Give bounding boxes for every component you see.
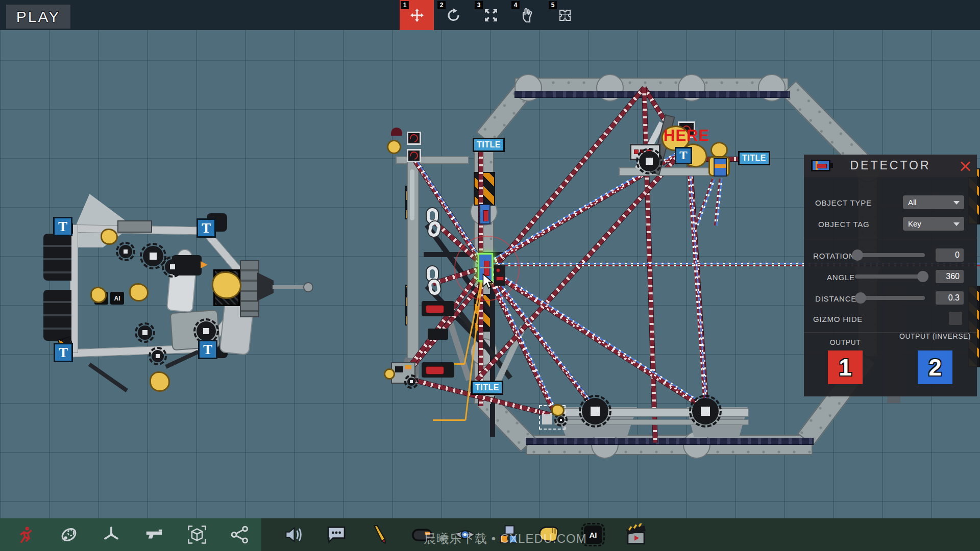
gear [407,378,415,386]
engine-block [43,234,71,281]
grab-tool-button[interactable]: 4 [510,0,545,30]
rotate-tool-button[interactable]: 2 [436,0,471,30]
object-type-dropdown[interactable]: All [903,195,964,209]
move-tool-button[interactable]: 1 [400,0,434,30]
yellow-ball [384,368,395,380]
rotation-value[interactable]: 0 [936,248,964,262]
vent [117,220,152,233]
angle-slider[interactable] [855,274,925,279]
gear [152,350,164,362]
angle-slider-knob[interactable] [917,271,928,282]
rotation-loop-box[interactable] [407,149,421,162]
cinema-icon[interactable] [625,523,647,546]
key-object-box[interactable]: T [675,147,692,164]
t-box[interactable]: T [53,217,72,236]
gear [138,325,152,340]
chat-icon[interactable] [325,523,348,546]
close-icon[interactable] [960,160,971,171]
ai-chip-label: AI [590,531,597,539]
play-button[interactable]: PLAY [6,5,70,29]
title-tag[interactable]: TITLE [473,138,505,152]
tool-number: 4 [511,1,520,9]
propeller-category-icon[interactable] [100,523,122,546]
weapon-category-icon[interactable] [143,523,165,546]
object-type-label: OBJECT TYPE [815,198,872,207]
glove [129,283,149,302]
cone [257,272,274,301]
gizmo-hide-checkbox[interactable] [949,312,962,325]
cart-wheel [692,398,719,424]
distance-slider-knob[interactable] [855,292,866,304]
motor-block-small [428,329,448,340]
lance-ball [303,282,313,292]
glove [150,371,170,392]
tool-number: 3 [475,1,483,9]
lance-rod [273,285,305,289]
left-machine[interactable]: T T T T AI AI [43,194,314,398]
hand-icon [520,8,535,23]
tool-number: 2 [437,1,446,9]
glove [212,271,241,299]
loop-arrow-icon [408,133,420,144]
gear [639,151,659,171]
chevron-down-icon [953,201,960,205]
person-vest [714,158,727,177]
cylinder [240,260,259,317]
t-box[interactable]: T [198,340,217,359]
top-bar: PLAY 1 2 3 4 5 [0,0,980,30]
entity-category-icon[interactable] [15,523,38,546]
cart-rail [554,419,749,425]
connection-category-icon[interactable] [229,523,251,546]
prop-category-icon[interactable] [186,523,208,546]
panel-header: DETECTOR [804,155,977,177]
volume-icon[interactable] [282,523,305,546]
gear [197,321,216,341]
motor-core [426,366,444,374]
gear [119,245,132,258]
selection-marquee [539,405,566,430]
distance-value[interactable]: 0.3 [936,291,964,305]
title-tag[interactable]: TITLE [738,151,770,165]
conveyor-bottom [526,438,814,445]
gear [165,259,180,274]
detector-device-small[interactable] [479,204,491,224]
scale-tool-button[interactable]: 3 [474,0,508,30]
motor-core [426,305,444,313]
glove [90,287,107,303]
angle-value[interactable]: 360 [936,270,964,283]
chevron-down-icon [953,222,960,226]
game-screen[interactable]: T HERE TITLE TITLE TITLE T T T T [0,0,980,551]
t-box[interactable]: T [197,218,216,238]
title-tag[interactable]: TITLE [471,381,503,395]
detector-beam [714,179,723,226]
category-zone [0,518,261,551]
output-button[interactable]: 1 [828,350,863,384]
rotation-slider-knob[interactable] [852,249,863,261]
output-inverse-button[interactable]: 2 [918,350,952,384]
machinery-category-icon[interactable] [58,523,80,546]
beak [201,261,208,268]
gizmo-pole-slot [410,169,414,220]
t-box[interactable]: T [54,343,73,362]
attach-tool-button[interactable]: 5 [548,0,582,30]
tool-number: 5 [549,1,557,9]
gizmo-hide-label: GIZMO HIDE [813,315,863,323]
object-tag-value: Key [908,219,921,228]
rotation-loop-box[interactable] [407,132,421,145]
object-tag-dropdown[interactable]: Key [903,217,964,231]
hazard-stripe-left-rail-1 [474,172,495,206]
puzzle-icon [557,8,573,23]
panel-title: DETECTOR [804,159,977,172]
rotation-slider[interactable] [855,253,925,257]
detector-range-gizmo [454,236,520,301]
pencil-icon[interactable] [368,523,390,546]
move-icon [409,8,425,23]
output-inverse-label: OUTPUT (INVERSE) [897,332,973,340]
detector-panel: DETECTOR OBJECT TYPE All OBJECT TAG Key … [804,155,977,396]
wire [433,419,465,421]
yellow-ball [387,140,401,154]
object-tag-label: OBJECT TAG [818,220,870,229]
rotate-icon [446,8,461,23]
angle-label: ANGLE [827,273,855,282]
detector-beam [695,178,715,226]
